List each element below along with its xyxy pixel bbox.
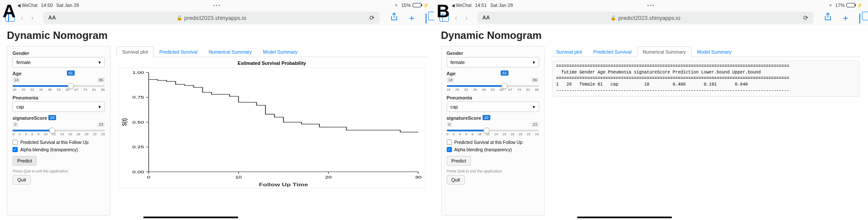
page-title: Dynamic Nomogram: [7, 29, 427, 41]
camera-indicator: •••: [213, 3, 221, 8]
svg-text:0: 0: [147, 175, 151, 179]
predicted-survival-checkbox[interactable]: [447, 140, 452, 145]
status-date: Sat Jan 28: [490, 3, 513, 8]
tabs-button[interactable]: [857, 13, 863, 23]
home-indicator[interactable]: [143, 217, 238, 218]
gender-select[interactable]: female ▾: [13, 57, 105, 67]
pneumonia-label: Pneumonia: [447, 95, 539, 100]
url-field[interactable]: AA 🔒 predict2023.shinyapps.io ⟳: [477, 12, 814, 24]
tab-predicted-survival[interactable]: Predicted Survival: [587, 46, 637, 57]
chevron-down-icon: ▾: [98, 60, 101, 65]
alpha-blending-checkbox[interactable]: ✓: [13, 147, 18, 152]
predict-button[interactable]: Predict: [447, 156, 471, 166]
url-field[interactable]: AA 🔒 predict2023.shinyapps.io ⟳: [43, 12, 380, 24]
status-time: 14:50: [41, 3, 53, 8]
wifi-icon: ᯤ: [395, 3, 399, 8]
chart-title: Estimated Survival Probability: [118, 61, 426, 66]
tab-bar: Survival plotPredicted SurvivalNumerical…: [117, 46, 427, 57]
alpha-blending-checkbox[interactable]: ✓: [447, 147, 452, 152]
svg-text:S(t): S(t): [121, 118, 128, 126]
quit-button[interactable]: Quit: [447, 175, 465, 185]
reload-icon[interactable]: ⟳: [803, 14, 808, 21]
panel-label-a: A: [3, 1, 16, 22]
new-tab-button[interactable]: ＋: [839, 12, 852, 24]
gender-label: Gender: [13, 51, 105, 56]
svg-text:30: 30: [415, 175, 422, 179]
age-slider-thumb[interactable]: [502, 83, 508, 89]
charging-icon: ⚡: [857, 3, 863, 8]
age-slider[interactable]: 1886 61 1825323946536067748186: [447, 77, 539, 92]
svg-text:0.00: 0.00: [133, 169, 144, 174]
tab-numerical-summary[interactable]: Numerical Summary: [203, 46, 258, 57]
lock-icon: 🔒: [610, 15, 616, 21]
age-value-badge: 61: [501, 70, 508, 76]
gender-select[interactable]: female ▾: [447, 57, 539, 67]
forward-button[interactable]: ›: [464, 13, 470, 22]
tab-model-summary[interactable]: Model Summary: [691, 46, 737, 57]
svg-text:0.50: 0.50: [133, 120, 144, 124]
camera-indicator: •••: [647, 3, 655, 8]
safari-toolbar: ‹ › AA 🔒 predict2023.shinyapps.io ⟳ ＋: [0, 10, 434, 25]
url-text: predict2023.shinyapps.io: [184, 15, 246, 21]
age-label: Age: [13, 71, 105, 76]
tab-predicted-survival[interactable]: Predicted Survival: [154, 46, 203, 57]
predict-button[interactable]: Predict: [13, 156, 37, 166]
share-button[interactable]: [388, 13, 401, 23]
home-indicator[interactable]: [577, 217, 672, 218]
chevron-down-icon: ▾: [533, 104, 535, 110]
quit-helper-text: Press Quit to exit the application: [447, 169, 539, 173]
pneumonia-value: cap: [16, 104, 24, 109]
signature-value-badge: 10: [48, 115, 56, 120]
age-label: Age: [447, 71, 539, 76]
chevron-down-icon: ▾: [98, 104, 101, 110]
tab-bar: Survival plotPredicted SurvivalNumerical…: [551, 46, 862, 57]
forward-button[interactable]: ›: [29, 13, 35, 22]
status-time: 14:51: [475, 3, 487, 8]
share-button[interactable]: [821, 13, 834, 23]
age-slider-thumb[interactable]: [68, 83, 74, 89]
signature-slider-thumb[interactable]: [483, 128, 489, 134]
status-bar: ◀ WeChat 14:50 Sat Jan 28 ••• ᯤ 15% ⚡: [0, 0, 434, 10]
reader-aa-button[interactable]: AA: [483, 15, 490, 21]
back-button[interactable]: ‹: [19, 13, 25, 22]
svg-text:10: 10: [235, 175, 242, 179]
pneumonia-label: Pneumonia: [13, 95, 105, 100]
reader-aa-button[interactable]: AA: [48, 15, 56, 21]
chevron-down-icon: ▾: [533, 60, 535, 65]
signature-slider[interactable]: 023 10 024681012141618202223: [447, 122, 539, 136]
signature-slider[interactable]: 023 10 024681012141618202223: [13, 122, 105, 136]
tab-survival-plot[interactable]: Survival plot: [551, 46, 588, 57]
status-bar: ◀ WeChat 14:51 Sat Jan 28 ••• ᯤ 17% ⚡: [434, 0, 868, 10]
signature-slider-thumb[interactable]: [49, 128, 55, 134]
checkbox-label-2: Alpha blending (transparency): [455, 147, 512, 152]
lock-icon: 🔒: [177, 15, 183, 21]
tab-model-summary[interactable]: Model Summary: [257, 46, 303, 57]
svg-text:20: 20: [325, 175, 332, 179]
panel-label-b: B: [437, 1, 450, 22]
tabs-button[interactable]: [423, 13, 429, 23]
battery-icon: [846, 3, 855, 7]
age-ticks: 1825323946536067748186: [447, 88, 539, 92]
pneumonia-select[interactable]: cap ▾: [13, 102, 105, 112]
svg-text:1.00: 1.00: [133, 70, 144, 75]
reload-icon[interactable]: ⟳: [369, 14, 375, 21]
signature-ticks: 024681012141618202223: [13, 132, 105, 136]
battery-icon: [413, 3, 421, 7]
new-tab-button[interactable]: ＋: [405, 12, 419, 24]
panel-b: B ◀ WeChat 14:51 Sat Jan 28 ••• ᯤ 17% ⚡ …: [434, 0, 868, 220]
checkbox-label-1: Predicted Survival at this Follow Up:: [455, 140, 524, 145]
svg-text:0.75: 0.75: [133, 95, 144, 100]
back-app-link[interactable]: ◀ WeChat: [451, 3, 472, 8]
back-button[interactable]: ‹: [453, 13, 459, 22]
quit-button[interactable]: Quit: [13, 175, 31, 185]
age-slider[interactable]: 1886 61 1825323946536067748186: [13, 77, 105, 92]
tab-survival-plot[interactable]: Survival plot: [117, 46, 154, 57]
page-title: Dynamic Nomogram: [441, 29, 862, 41]
predicted-survival-checkbox[interactable]: [13, 140, 18, 145]
back-app-link[interactable]: ◀ WeChat: [17, 3, 38, 8]
checkbox-label-1: Predicted Survival at this Follow Up:: [20, 140, 89, 145]
tab-numerical-summary[interactable]: Numerical Summary: [637, 46, 691, 57]
gender-value: female: [451, 60, 465, 65]
svg-text:0.25: 0.25: [133, 144, 144, 149]
pneumonia-select[interactable]: cap ▾: [447, 102, 539, 112]
